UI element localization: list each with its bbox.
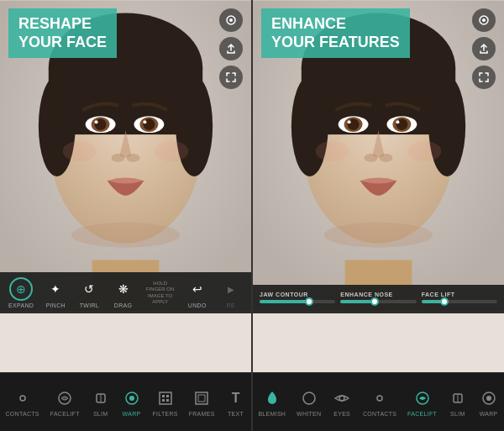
- left-tools-bar: ⊕ EXPAND ✦ PINCH ↺ TWIRL ❋ DRAG HOLD FIN…: [0, 272, 251, 313]
- svg-point-61: [482, 18, 486, 22]
- left-expand-icon[interactable]: [219, 66, 243, 89]
- blemish-nav-label: BLEMISH: [258, 411, 286, 417]
- svg-point-55: [365, 154, 378, 162]
- whiten-nav-icon: [299, 388, 319, 408]
- facelift-nav-label: FACELIFT: [50, 411, 80, 417]
- svg-point-63: [339, 396, 344, 401]
- enhance-nose-thumb: [370, 297, 379, 306]
- right-bottom-nav: BLEMISH WHITEN EYES CONTACTS FACELIFT: [253, 372, 504, 431]
- svg-point-12: [95, 120, 98, 124]
- facelift-nav-icon: [55, 388, 75, 408]
- jaw-contour-thumb: [305, 297, 313, 306]
- contacts-nav-icon: [13, 388, 33, 408]
- svg-point-16: [143, 120, 146, 124]
- right-nav-contacts[interactable]: CONTACTS: [363, 388, 396, 417]
- right-nav-slim[interactable]: SLIM: [448, 388, 468, 417]
- undo-icon: ↩: [186, 277, 209, 301]
- svg-rect-35: [166, 399, 169, 402]
- right-facelift-nav-icon: [412, 388, 433, 408]
- left-face-area: RESHAPE YOUR FACE: [0, 0, 251, 311]
- tool-redo[interactable]: ▶ RE: [219, 277, 243, 308]
- undo-label: UNDO: [188, 302, 207, 308]
- left-top-icons: [219, 8, 243, 89]
- svg-rect-33: [166, 395, 169, 397]
- svg-rect-36: [196, 392, 207, 404]
- contacts-nav-label: CONTACTS: [5, 411, 39, 417]
- enhance-nose-fill: [340, 300, 375, 303]
- svg-point-70: [486, 396, 491, 401]
- face-lift-thumb: [440, 297, 449, 306]
- tool-pinch[interactable]: ✦ PINCH: [44, 277, 67, 308]
- drag-icon: ❋: [112, 277, 135, 301]
- right-nav-eyes[interactable]: EYES: [332, 388, 352, 417]
- right-nav-warp[interactable]: WARP: [479, 388, 499, 417]
- right-slim-nav-icon: [448, 388, 468, 408]
- left-nav-contacts[interactable]: CONTACTS: [5, 388, 39, 417]
- left-nav-warp[interactable]: WARP: [122, 388, 142, 417]
- svg-rect-34: [162, 399, 165, 402]
- expand-label: EXPAND: [8, 302, 34, 308]
- right-nav-whiten[interactable]: WHITEN: [297, 388, 321, 417]
- jaw-contour-fill: [260, 300, 309, 303]
- right-nav-facelift[interactable]: FACELIFT: [407, 388, 437, 417]
- filters-nav-icon: [155, 388, 176, 408]
- face-lift-slider[interactable]: FACE LIFT: [422, 292, 497, 303]
- left-camera-icon[interactable]: [219, 8, 243, 32]
- left-nav-text[interactable]: T TEXT: [226, 388, 246, 417]
- right-contacts-nav-label: CONTACTS: [363, 411, 396, 417]
- right-title-line1: ENHANCE: [271, 15, 400, 34]
- jaw-contour-track: [260, 300, 335, 303]
- enhance-nose-slider[interactable]: ENHANCE NOSE: [340, 292, 416, 303]
- text-nav-label: TEXT: [228, 411, 244, 417]
- left-nav-filters[interactable]: FILTERS: [152, 388, 177, 417]
- enhance-nose-label: ENHANCE NOSE: [340, 292, 416, 297]
- right-warp-nav-label: WARP: [480, 411, 498, 417]
- right-title-line2: YOUR FEATURES: [271, 34, 400, 52]
- redo-label: RE: [227, 302, 235, 308]
- tool-expand[interactable]: ⊕ EXPAND: [8, 277, 34, 308]
- left-bottom-nav: CONTACTS FACELIFT SLIM WARP FILTERS: [0, 372, 251, 431]
- tool-undo[interactable]: ↩ UNDO: [186, 277, 209, 308]
- right-facelift-nav-label: FACELIFT: [407, 411, 437, 417]
- slim-nav-label: SLIM: [93, 411, 108, 417]
- text-nav-icon: T: [226, 388, 246, 408]
- right-share-icon[interactable]: [472, 37, 496, 60]
- expand-icon: ⊕: [9, 277, 33, 301]
- svg-point-18: [126, 154, 139, 162]
- face-lift-track: [422, 300, 497, 303]
- jaw-contour-label: JAW CONTOUR: [260, 292, 335, 297]
- left-nav-frames[interactable]: FRAMES: [189, 388, 215, 417]
- pinch-label: PINCH: [46, 302, 66, 308]
- right-nav-blemish[interactable]: BLEMISH: [258, 388, 286, 417]
- right-camera-icon[interactable]: [472, 8, 496, 32]
- svg-point-56: [379, 154, 392, 162]
- redo-icon: ▶: [219, 277, 243, 301]
- face-lift-label: FACE LIFT: [422, 292, 497, 297]
- whiten-nav-label: WHITEN: [297, 411, 321, 417]
- right-title-overlay: ENHANCE YOUR FEATURES: [261, 8, 410, 58]
- right-face-area: ENHANCE YOUR FEATURES: [253, 0, 504, 311]
- sliders-row: JAW CONTOUR ENHANCE NOSE FACE LIFT: [260, 292, 497, 303]
- right-panel: ENHANCE YOUR FEATURES: [252, 0, 504, 431]
- sliders-bar: JAW CONTOUR ENHANCE NOSE FACE LIFT: [253, 285, 504, 313]
- svg-point-20: [155, 141, 188, 161]
- left-title-line1: RESHAPE: [18, 15, 107, 34]
- frames-nav-icon: [192, 388, 212, 408]
- left-title-overlay: RESHAPE YOUR FACE: [8, 8, 117, 58]
- tool-drag[interactable]: ❋ DRAG: [112, 277, 135, 308]
- filters-nav-label: FILTERS: [152, 411, 177, 417]
- tool-twirl[interactable]: ↺ TWIRL: [77, 277, 101, 308]
- svg-point-50: [348, 120, 351, 124]
- tool-hold-hint: HOLD FINGER ON IMAGE TO APPLY: [145, 281, 176, 305]
- left-share-icon[interactable]: [219, 37, 243, 60]
- jaw-contour-slider[interactable]: JAW CONTOUR: [260, 292, 335, 303]
- svg-point-30: [129, 396, 134, 401]
- pinch-icon: ✦: [44, 277, 67, 301]
- left-nav-facelift[interactable]: FACELIFT: [50, 388, 80, 417]
- enhance-nose-track: [340, 300, 416, 303]
- warp-nav-label: WARP: [123, 411, 141, 417]
- hold-text: HOLD FINGER ON IMAGE TO APPLY: [145, 281, 176, 305]
- left-nav-slim[interactable]: SLIM: [91, 388, 111, 417]
- svg-point-57: [316, 141, 349, 161]
- right-expand-icon[interactable]: [472, 66, 496, 89]
